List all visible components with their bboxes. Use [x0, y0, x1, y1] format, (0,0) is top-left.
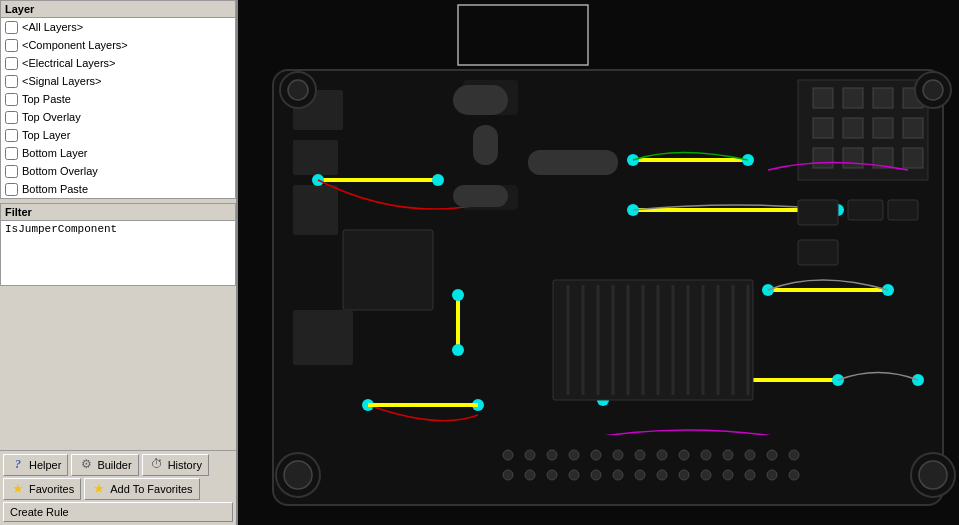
layer-item-electrical-layers[interactable]: <Electrical Layers> [1, 54, 235, 72]
layer-checkbox-top-paste[interactable] [5, 93, 18, 106]
layer-section-header: Layer [0, 0, 236, 17]
layer-item-bottom-paste[interactable]: Bottom Paste [1, 180, 235, 198]
svg-rect-99 [473, 125, 498, 165]
svg-point-28 [923, 80, 943, 100]
svg-point-85 [569, 470, 579, 480]
svg-rect-102 [848, 200, 883, 220]
add-favorites-icon [91, 481, 107, 497]
layer-label-top-paste: Top Paste [22, 93, 71, 105]
pcb-canvas[interactable] [238, 0, 959, 525]
svg-rect-103 [888, 200, 918, 220]
helper-icon [10, 457, 26, 473]
svg-point-92 [723, 470, 733, 480]
left-panel: Layer <All Layers><Component Layers><Ele… [0, 0, 238, 525]
layer-checkbox-top-layer[interactable] [5, 129, 18, 142]
layer-item-top-paste[interactable]: Top Paste [1, 90, 235, 108]
favorites-label: Favorites [29, 483, 74, 495]
svg-rect-13 [873, 88, 893, 108]
layer-checkbox-bottom-overlay[interactable] [5, 165, 18, 178]
history-label: History [168, 459, 202, 471]
layer-label-top-overlay: Top Overlay [22, 111, 81, 123]
svg-rect-67 [488, 435, 808, 490]
layer-label-electrical-layers: <Electrical Layers> [22, 57, 116, 69]
svg-rect-18 [903, 118, 923, 138]
helper-label: Helper [29, 459, 61, 471]
layer-checkbox-electrical-layers[interactable] [5, 57, 18, 70]
svg-point-75 [657, 450, 667, 460]
builder-label: Builder [97, 459, 131, 471]
create-rule-button[interactable]: Create Rule [3, 502, 233, 522]
svg-point-94 [767, 470, 777, 480]
svg-point-88 [635, 470, 645, 480]
svg-rect-101 [798, 240, 838, 265]
svg-rect-19 [813, 148, 833, 168]
layer-checkbox-top-overlay[interactable] [5, 111, 18, 124]
layer-checkbox-bottom-layer[interactable] [5, 147, 18, 160]
svg-rect-15 [813, 118, 833, 138]
svg-rect-98 [528, 150, 618, 175]
layer-item-component-layers[interactable]: <Component Layers> [1, 36, 235, 54]
layer-label-bottom-overlay: Bottom Overlay [22, 165, 98, 177]
svg-point-43 [452, 289, 464, 301]
svg-point-90 [679, 470, 689, 480]
add-to-favorites-button[interactable]: Add To Favorites [84, 478, 199, 500]
layer-item-top-overlay[interactable]: Top Overlay [1, 108, 235, 126]
svg-point-71 [569, 450, 579, 460]
svg-point-86 [591, 470, 601, 480]
layer-checkbox-component-layers[interactable] [5, 39, 18, 52]
svg-point-83 [525, 470, 535, 480]
layer-label-bottom-paste: Bottom Paste [22, 183, 88, 195]
svg-point-80 [767, 450, 777, 460]
layer-item-all-layers[interactable]: <All Layers> [1, 18, 235, 36]
history-icon [149, 457, 165, 473]
filter-section: Filter [0, 203, 236, 286]
svg-rect-11 [813, 88, 833, 108]
layer-item-signal-layers[interactable]: <Signal Layers> [1, 72, 235, 90]
svg-point-30 [919, 461, 947, 489]
helper-button[interactable]: Helper [3, 454, 68, 476]
filter-input[interactable] [5, 223, 231, 283]
svg-rect-12 [843, 88, 863, 108]
button-row-2: Favorites Add To Favorites [3, 478, 233, 500]
svg-point-29 [284, 461, 312, 489]
svg-point-78 [723, 450, 733, 460]
svg-point-91 [701, 470, 711, 480]
svg-point-70 [547, 450, 557, 460]
svg-point-72 [591, 450, 601, 460]
favorites-button[interactable]: Favorites [3, 478, 81, 500]
svg-point-81 [789, 450, 799, 460]
svg-point-84 [547, 470, 557, 480]
layer-label-bottom-layer: Bottom Layer [22, 147, 87, 159]
svg-rect-5 [293, 185, 338, 235]
svg-rect-16 [843, 118, 863, 138]
svg-point-82 [503, 470, 513, 480]
svg-rect-6 [343, 230, 433, 310]
layer-label-component-layers: <Component Layers> [22, 39, 128, 51]
layer-label-all-layers: <All Layers> [22, 21, 83, 33]
svg-rect-20 [843, 148, 863, 168]
builder-button[interactable]: Builder [71, 454, 138, 476]
layer-item-top-layer[interactable]: Top Layer [1, 126, 235, 144]
pcb-svg [238, 0, 959, 525]
svg-point-79 [745, 450, 755, 460]
svg-rect-96 [453, 85, 508, 115]
svg-point-95 [789, 470, 799, 480]
svg-rect-7 [293, 310, 353, 365]
history-button[interactable]: History [142, 454, 209, 476]
svg-rect-97 [453, 185, 508, 207]
filter-section-header: Filter [0, 203, 236, 220]
layer-checkbox-signal-layers[interactable] [5, 75, 18, 88]
layer-label-signal-layers: <Signal Layers> [22, 75, 102, 87]
svg-point-38 [432, 174, 444, 186]
svg-point-76 [679, 450, 689, 460]
svg-point-27 [288, 80, 308, 100]
layer-checkbox-bottom-paste[interactable] [5, 183, 18, 196]
svg-rect-17 [873, 118, 893, 138]
filter-input-box [0, 220, 236, 286]
layer-checkbox-all-layers[interactable] [5, 21, 18, 34]
svg-point-77 [701, 450, 711, 460]
builder-icon [78, 457, 94, 473]
layer-item-bottom-layer[interactable]: Bottom Layer [1, 144, 235, 162]
layer-item-bottom-overlay[interactable]: Bottom Overlay [1, 162, 235, 180]
svg-point-44 [452, 344, 464, 356]
